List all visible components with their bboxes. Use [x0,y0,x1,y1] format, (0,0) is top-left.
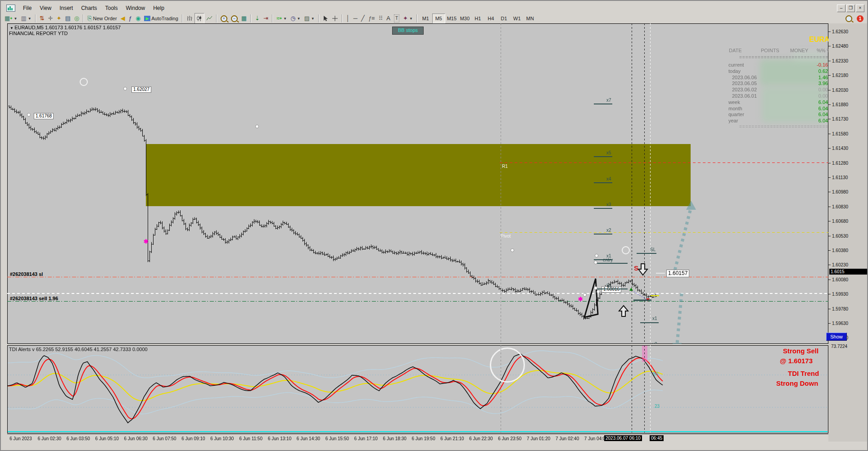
level-label-x5: x5 [606,150,611,155]
teal-down-arrowhead [672,343,682,344]
community-button[interactable]: ◉ [134,13,142,24]
profiles-button[interactable]: ▥▼ [19,13,33,24]
price-axis-label: 1.60380 [832,248,848,253]
periods-button[interactable]: ◷▼ [289,13,302,24]
shapes-button[interactable]: ⠿ [377,13,385,24]
price-axis-tick [828,61,831,61]
report-row-label: month [728,106,742,111]
sl-upper-line[interactable] [637,253,656,254]
timeframe-m1[interactable]: M1 [419,14,432,23]
show-button[interactable]: Show [826,333,847,341]
zoom-out-button[interactable]: − [229,13,240,24]
alerts-button[interactable]: ◀ [119,13,127,24]
auto-scroll-button[interactable]: ⇣ [253,13,262,24]
price-axis-label: 1.62330 [832,59,848,63]
terminal-button[interactable]: ▤ [63,13,72,24]
chart-shift-button[interactable]: ⇥ [262,13,270,24]
arrow-styles-icon: ✦ [403,15,408,22]
crosshair-button[interactable] [330,13,340,24]
price-axis-tick [828,309,831,309]
minimize-button[interactable]: – [837,5,845,12]
entry-label: entry [603,257,613,262]
cursor-button[interactable] [321,13,330,24]
vertical-line-button[interactable]: │ [344,13,352,24]
level-line-x4 [594,182,612,183]
autotrading-button[interactable]: ▶AutoTrading [142,13,180,24]
bb-stops-label[interactable]: BB stops [392,27,424,35]
text-label-button[interactable]: T [392,13,401,24]
entry-line[interactable] [595,263,628,264]
price-axis-label: 1.59630 [832,321,848,326]
tile-windows-button[interactable]: ▦ [240,13,249,24]
teal-down-arrow[interactable] [677,293,682,344]
time-axis-label: 6 Jun 15:50 [326,436,349,441]
time-axis-label: 6 Jun 05:10 [95,436,119,441]
anchor-dot [255,125,259,128]
time-axis-label: 6 Jun 09:10 [181,436,205,441]
restore-button[interactable]: ❐ [846,5,855,12]
arrows-button[interactable]: ✦▼ [401,13,415,24]
sl-lower-line[interactable] [595,289,628,289]
indicators-button[interactable]: ≈+▼ [275,13,289,24]
menu-item-tools[interactable]: Tools [101,4,122,12]
terminal-icon: ▤ [65,15,70,22]
timeframe-h4[interactable]: H4 [484,14,497,23]
sl-upper-label: SL [650,247,656,252]
price-axis[interactable]: 1.626301.624801.623301.621801.620301.618… [828,23,868,442]
horizontal-line-button[interactable]: ─ [352,13,359,24]
menu-item-charts[interactable]: Charts [77,4,101,12]
close-button[interactable]: × [856,5,864,12]
triangle-drawing[interactable] [584,279,598,317]
chevron-down-icon: ▼ [283,17,287,21]
price-axis-tick [828,294,831,294]
chevron-down-icon: ▼ [409,17,413,21]
navigator-button[interactable]: ✦ [55,13,63,24]
big-down-arrow[interactable] [638,264,647,275]
crosshair-time-tag: 06:45 [650,435,664,441]
menu-item-insert[interactable]: Insert [55,4,77,12]
price-axis-label: 1.60530 [832,234,848,239]
market-watch-button[interactable]: ⇅ [38,13,46,24]
metaeditor-button[interactable]: ƒ [127,13,134,24]
big-up-arrow[interactable] [619,306,628,316]
notification-badge[interactable]: 1 [857,15,863,22]
teal-up-arrow[interactable] [674,209,691,275]
data-window-button[interactable]: ✛ [46,13,55,24]
timeframe-d1[interactable]: D1 [497,14,511,23]
line-chart-button[interactable] [204,13,214,24]
strategy-tester-button[interactable]: ◎ [72,13,81,24]
timeframe-w1[interactable]: W1 [511,14,524,23]
time-axis[interactable]: 6 Jun 20236 Jun 02:306 Jun 03:506 Jun 05… [7,434,828,442]
price-axis-label: 1.62480 [832,44,848,49]
level-label-low-x1: x1 [652,316,657,321]
tdi-canvas[interactable] [7,345,828,433]
zoom-in-button[interactable]: + [219,13,229,24]
menu-item-window[interactable]: Window [122,4,149,12]
new-chart-button[interactable]: ▦+▼ [3,13,19,24]
timeframe-m5[interactable]: M5 [432,14,445,23]
tdi-highlight-circle[interactable] [490,347,525,383]
price-axis-tick [828,75,831,76]
candlestick-button[interactable] [194,13,204,24]
fibonacci-button[interactable]: ƒ≡ [366,13,377,24]
report-header-0: DATE [729,48,742,53]
menu-item-view[interactable]: View [36,4,55,12]
chevron-down-icon: ▼ [28,17,32,21]
dropdown-arrow-icon[interactable]: ▼ [10,26,14,30]
search-button[interactable] [844,13,854,24]
timeframe-m15[interactable]: M15 [445,14,458,23]
timeframe-h1[interactable]: H1 [471,14,484,23]
app-icon [6,5,15,12]
menu-item-help[interactable]: Help [149,4,168,12]
trendline-icon: ╱ [361,15,365,22]
menu-item-file[interactable]: File [19,4,36,12]
text-button[interactable]: A [384,13,392,24]
trendline-button[interactable]: ╱ [359,13,366,24]
new-order-button[interactable]: ⎘New Order [86,13,119,24]
timeframe-mn[interactable]: MN [524,14,537,23]
vertical-line-icon: │ [346,15,350,22]
timeframe-m30[interactable]: M30 [458,14,471,23]
templates-button[interactable]: ▨▼ [302,13,316,24]
session-vline-1-tdi [632,345,632,433]
bar-chart-button[interactable] [185,13,194,24]
